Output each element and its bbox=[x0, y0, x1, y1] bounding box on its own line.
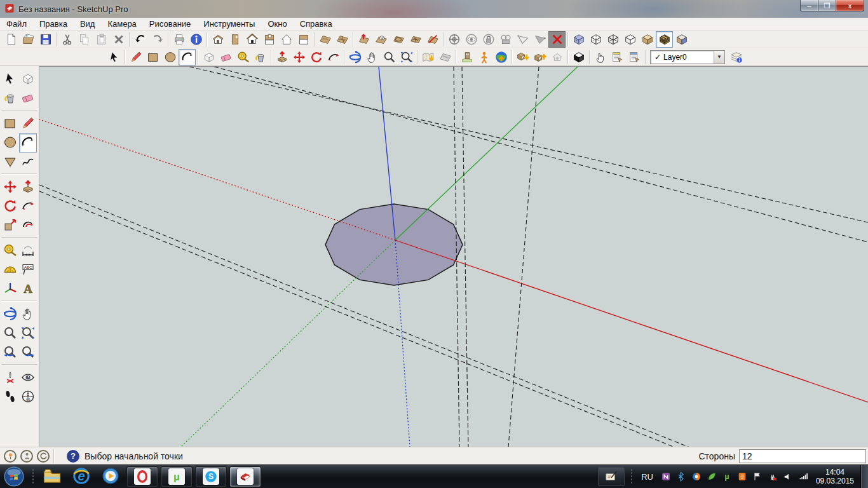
component-attributes-button[interactable] bbox=[626, 49, 643, 65]
measurement-input[interactable] bbox=[739, 449, 866, 463]
taskbar-opera-button[interactable] bbox=[126, 466, 158, 487]
terrain-from-contours-button[interactable] bbox=[316, 31, 334, 48]
menu-камера[interactable]: Камера bbox=[101, 18, 142, 30]
paint-bucket-button[interactable] bbox=[252, 49, 269, 65]
section-plane-palette-button[interactable]: CA-5 bbox=[19, 388, 37, 407]
zoom-next-palette-button[interactable] bbox=[19, 343, 37, 362]
layer-manager-button[interactable] bbox=[728, 49, 745, 65]
start-button[interactable] bbox=[3, 466, 25, 487]
interact-tool-button[interactable] bbox=[592, 49, 609, 65]
line-tool-palette-button[interactable] bbox=[19, 114, 37, 133]
get-models-button[interactable] bbox=[514, 49, 531, 65]
offset-tool-palette-button[interactable] bbox=[19, 216, 37, 235]
tray-volume-icon[interactable] bbox=[782, 471, 794, 482]
model-viewport[interactable] bbox=[39, 66, 868, 447]
eraser-tool-button[interactable] bbox=[217, 49, 234, 65]
camera-reset-button[interactable] bbox=[548, 31, 566, 48]
layer-dropdown-arrow-icon[interactable]: ▼ bbox=[714, 51, 724, 64]
view-back-button[interactable] bbox=[295, 31, 312, 48]
style-xray-button[interactable] bbox=[570, 31, 587, 48]
undo-button[interactable] bbox=[132, 31, 149, 48]
delete-button[interactable] bbox=[110, 31, 127, 48]
zoom-previous-palette-button[interactable] bbox=[1, 343, 19, 362]
zoom-extents-palette-button[interactable] bbox=[19, 324, 37, 343]
make-component-button[interactable] bbox=[200, 49, 217, 65]
menu-файл[interactable]: Файл bbox=[0, 18, 33, 30]
paste-button[interactable] bbox=[93, 31, 110, 48]
camera-target-button[interactable] bbox=[445, 31, 463, 48]
pan-tool-palette-button[interactable] bbox=[19, 305, 37, 324]
sandbox-stamp-button[interactable] bbox=[372, 31, 390, 48]
line-tool-button[interactable] bbox=[127, 49, 144, 65]
rotate-tool-button[interactable] bbox=[308, 49, 325, 65]
circle-tool-palette-button[interactable] bbox=[1, 133, 19, 152]
maximize-button[interactable]: ❐ bbox=[818, 0, 836, 11]
photo-textures-button[interactable] bbox=[458, 49, 475, 65]
orbit-tool-palette-button[interactable] bbox=[1, 305, 19, 324]
style-back-edges-button[interactable] bbox=[587, 31, 604, 48]
zoom-tool-palette-button[interactable] bbox=[1, 324, 19, 343]
text3d-tool-palette-button[interactable]: A bbox=[19, 280, 37, 299]
view-left-button[interactable] bbox=[226, 31, 243, 48]
google-earth-button[interactable] bbox=[492, 49, 510, 65]
axes-tool-palette-button[interactable] bbox=[1, 280, 19, 299]
text-tool-palette-button[interactable]: ABC bbox=[19, 261, 37, 280]
look-around-palette-button[interactable] bbox=[19, 369, 37, 388]
view-right-button[interactable] bbox=[278, 31, 295, 48]
menu-правка[interactable]: Правка bbox=[33, 18, 74, 30]
taskbar-sketchup-button[interactable] bbox=[229, 466, 261, 487]
cut-button[interactable] bbox=[58, 31, 76, 48]
style-shaded-textures-button[interactable] bbox=[656, 31, 673, 48]
polygon-tool-palette-button[interactable] bbox=[1, 152, 19, 172]
rectangle-tool-palette-button[interactable] bbox=[1, 114, 19, 133]
new-file-button[interactable] bbox=[3, 31, 20, 48]
tray-java-icon[interactable] bbox=[736, 471, 748, 482]
tray-power-plug-icon[interactable] bbox=[767, 471, 778, 482]
component-options-button[interactable] bbox=[609, 49, 626, 65]
open-file-button[interactable] bbox=[20, 31, 37, 48]
move-tool-palette-button[interactable] bbox=[1, 178, 19, 197]
camera-look-button[interactable] bbox=[463, 31, 480, 48]
claim-status-icon[interactable] bbox=[37, 450, 50, 463]
clock[interactable]: 14:04 09.03.2015 bbox=[816, 468, 854, 485]
view-top-button[interactable] bbox=[261, 31, 278, 48]
share-component-button[interactable] bbox=[548, 49, 566, 65]
tape-measure-palette-button[interactable] bbox=[1, 241, 19, 261]
sandbox-drape-button[interactable] bbox=[390, 31, 407, 48]
style-hidden-line-button[interactable] bbox=[621, 31, 639, 48]
push-pull-button[interactable] bbox=[273, 49, 290, 65]
move-tool-button[interactable] bbox=[290, 49, 308, 65]
menu-инструменты[interactable]: Инструменты bbox=[197, 18, 261, 30]
menu-окно[interactable]: Окно bbox=[261, 18, 293, 30]
menu-рисование[interactable]: Рисование bbox=[143, 18, 197, 30]
menu-справка[interactable]: Справка bbox=[294, 18, 339, 30]
pan-tool-button[interactable] bbox=[363, 49, 381, 65]
orbit-tool-button[interactable] bbox=[346, 49, 363, 65]
terrain-from-scratch-button[interactable] bbox=[334, 31, 351, 48]
taskbar-utorrent-button[interactable]: µ bbox=[161, 466, 193, 487]
taskbar-explorer-button[interactable] bbox=[41, 466, 63, 487]
show-desktop-button[interactable] bbox=[860, 465, 868, 488]
model-info-button[interactable] bbox=[187, 31, 205, 48]
tape-measure-button[interactable] bbox=[234, 49, 252, 65]
tray-bluetooth-icon[interactable] bbox=[675, 471, 687, 482]
style-shaded-button[interactable] bbox=[639, 31, 656, 48]
arc-tool-palette-button[interactable] bbox=[19, 133, 37, 152]
taskbar-media-player-button[interactable] bbox=[100, 466, 121, 487]
camera-frustum-wire-button[interactable] bbox=[514, 31, 531, 48]
dimension-tool-palette-button[interactable] bbox=[19, 241, 37, 261]
eraser-tool-palette-button[interactable] bbox=[19, 89, 37, 108]
sandbox-add-detail-button[interactable] bbox=[407, 31, 424, 48]
tray-utorrent-tray-icon[interactable]: µ bbox=[721, 471, 733, 482]
view-front-button[interactable] bbox=[243, 31, 261, 48]
sandbox-smoove-button[interactable] bbox=[355, 31, 372, 48]
save-file-button[interactable] bbox=[37, 31, 54, 48]
view-iso-button[interactable] bbox=[209, 31, 226, 48]
title-bar[interactable]: Без названия - SketchUp Pro – ❐ x bbox=[0, 0, 868, 18]
minimize-button[interactable]: – bbox=[800, 0, 818, 11]
position-camera-palette-button[interactable] bbox=[1, 369, 19, 388]
print-button[interactable] bbox=[170, 31, 187, 48]
person-figure-button[interactable] bbox=[475, 49, 492, 65]
tray-action-center-flag-icon[interactable] bbox=[752, 471, 763, 482]
tray-network-signal-icon[interactable] bbox=[797, 471, 809, 482]
